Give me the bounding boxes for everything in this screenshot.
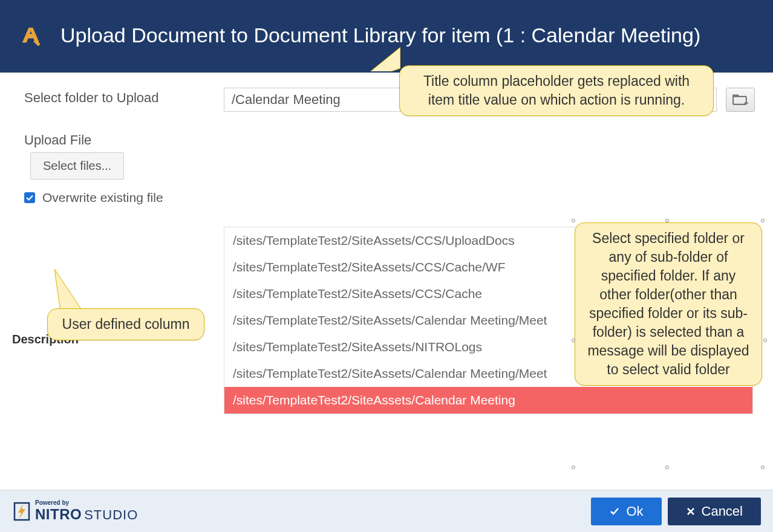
svg-point-2	[746, 102, 747, 103]
close-icon	[686, 507, 696, 516]
dropdown-item[interactable]: /sites/TemplateTest2/SiteAssets/Calendar…	[224, 387, 752, 414]
callout-user-column: User defined column	[47, 308, 204, 340]
select-files-button[interactable]: Select files...	[30, 152, 124, 180]
check-icon	[609, 506, 620, 517]
svg-rect-0	[733, 97, 746, 105]
svg-point-3	[748, 102, 748, 103]
overwrite-label: Overwrite existing file	[42, 190, 163, 205]
upload-file-label: Upload File	[24, 130, 224, 148]
footer-logo: Powered by NITRO STUDIO	[12, 499, 138, 523]
dialog-footer: Powered by NITRO STUDIO Ok Cancel	[0, 490, 773, 532]
folder-path-value: /Calendar Meeting	[232, 92, 341, 108]
brand-studio: STUDIO	[84, 507, 138, 523]
svg-point-1	[745, 102, 746, 103]
upload-section: Upload File Select files...	[24, 130, 755, 180]
overwrite-row: Overwrite existing file	[24, 190, 755, 205]
callout-tail-icon	[356, 41, 400, 71]
callout-folder-selection: Select specified folder or any of sub-fo…	[575, 222, 762, 386]
svg-marker-5	[54, 269, 81, 311]
folder-label: Select folder to Upload	[24, 88, 224, 106]
nitro-bolt-icon	[12, 501, 31, 522]
powered-by-text: Powered by	[35, 499, 138, 506]
callout-tail-icon	[54, 269, 91, 311]
cancel-button[interactable]: Cancel	[668, 498, 761, 525]
folder-browse-icon	[732, 94, 748, 106]
ok-button[interactable]: Ok	[591, 498, 661, 525]
svg-marker-4	[356, 47, 400, 71]
brand-nitro: NITRO	[35, 506, 82, 523]
overwrite-checkbox[interactable]	[24, 192, 35, 203]
callout-title-placeholder: Title column placeholder gets replaced w…	[399, 65, 714, 116]
app-logo-icon	[12, 18, 48, 54]
browse-folder-button[interactable]	[726, 88, 755, 112]
